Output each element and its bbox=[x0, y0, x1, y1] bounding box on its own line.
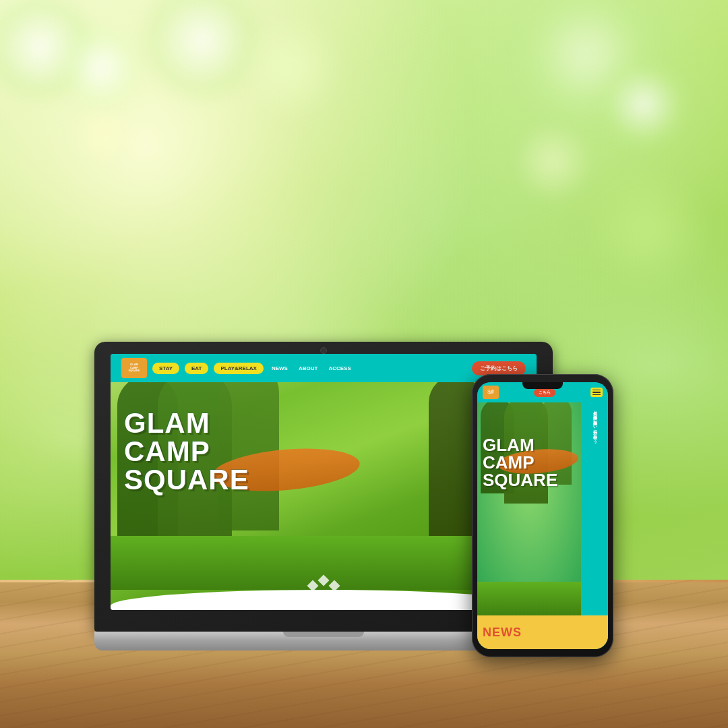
phone-news-banner: NEWS bbox=[477, 615, 608, 649]
hero-title-line1: GLAM bbox=[124, 409, 249, 437]
play-relax-button[interactable]: PLAY&RELAX bbox=[214, 363, 264, 374]
hamburger-line-2 bbox=[593, 392, 601, 392]
hero-title-line2: CAMP bbox=[124, 437, 249, 466]
phone-logo: GLAMCAMP bbox=[483, 386, 499, 399]
stay-button[interactable]: STAY bbox=[152, 363, 179, 374]
phone-sidebar-text: 自然と冒険の融合新しい自分に出会おう bbox=[592, 408, 597, 441]
phone-title-line1: GLAM bbox=[483, 436, 557, 454]
phone-title-line2: CAMP bbox=[483, 454, 557, 471]
diamond-3 bbox=[329, 580, 340, 592]
phone-screen: GLAMCAMP こちら bbox=[477, 382, 608, 649]
phone-teal-sidebar: 自然と冒険の融合新しい自分に出会おう bbox=[581, 402, 608, 649]
reserve-button[interactable]: ご予約はこちら bbox=[472, 361, 526, 375]
laptop-notch bbox=[283, 632, 364, 637]
access-link[interactable]: ACCESS bbox=[328, 365, 351, 371]
eat-button[interactable]: EAT bbox=[185, 363, 208, 374]
phone-body: GLAMCAMP こちら bbox=[472, 374, 613, 657]
phone-hero: 自然と冒険の融合新しい自分に出会おう GLAM CAMP SQUARE NEWS bbox=[477, 402, 608, 649]
laptop-logo: GLAMCAMPSQUARE bbox=[121, 358, 147, 378]
hamburger-line-1 bbox=[593, 390, 601, 390]
phone-title-line3: SQUARE bbox=[483, 471, 557, 489]
phone: GLAMCAMP こちら bbox=[472, 374, 613, 657]
phone-notch bbox=[522, 382, 563, 389]
hamburger-line-3 bbox=[593, 394, 601, 395]
news-link[interactable]: NEWS bbox=[272, 365, 288, 371]
hamburger-button[interactable] bbox=[590, 388, 603, 397]
diamond-1 bbox=[307, 580, 319, 592]
about-link[interactable]: ABOUT bbox=[299, 365, 317, 371]
phone-title: GLAM CAMP SQUARE bbox=[483, 436, 557, 489]
phone-news-label: NEWS bbox=[483, 626, 522, 640]
phone-kochira-button[interactable]: こちら bbox=[534, 388, 555, 397]
diamonds bbox=[309, 582, 338, 590]
hero-title: GLAM CAMP SQUARE bbox=[124, 409, 249, 494]
hero-title-line3: SQUARE bbox=[124, 466, 249, 494]
